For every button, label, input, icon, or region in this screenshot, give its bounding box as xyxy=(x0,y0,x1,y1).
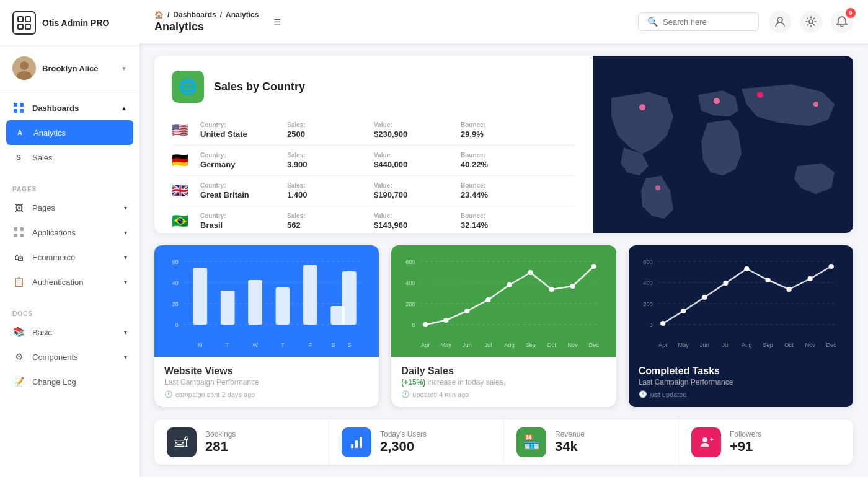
svg-point-79 xyxy=(681,309,686,313)
stat-followers-data: Followers +91 xyxy=(730,430,761,455)
svg-text:W: W xyxy=(252,342,258,348)
pages-chevron: ▾ xyxy=(124,204,127,211)
svg-text:20: 20 xyxy=(172,301,178,307)
stat-bookings: 🛋 Bookings 281 xyxy=(154,419,329,465)
daily-badge: (+15%) xyxy=(401,378,425,387)
col-value: United State xyxy=(200,129,262,139)
pages-section-label: PAGES xyxy=(0,180,140,195)
svg-point-58 xyxy=(549,287,554,292)
col-label: Sales: xyxy=(287,121,349,128)
sidebar-item-ecommerce[interactable]: 🛍 Ecommerce ▾ xyxy=(0,245,140,269)
sidebar-item-components[interactable]: ⚙ Components ▾ xyxy=(0,344,140,369)
followers-icon: + xyxy=(691,427,721,457)
tasks-chart-area: 600 400 200 0 Apr xyxy=(629,245,853,357)
svg-text:S: S xyxy=(347,342,351,348)
website-chart-area: 60 40 20 0 M T xyxy=(154,245,379,357)
svg-text:0: 0 xyxy=(649,322,652,328)
sidebar-logo[interactable]: Otis Admin PRO xyxy=(0,0,140,46)
svg-text:Aug: Aug xyxy=(505,342,515,348)
svg-point-99 xyxy=(702,437,707,442)
country-table: 🇺🇸 Country: United State Sales: 2500 xyxy=(172,115,575,233)
sidebar-item-analytics[interactable]: A Analytics xyxy=(6,120,133,145)
svg-rect-31 xyxy=(221,291,235,325)
daily-chart-title: Daily Sales xyxy=(401,365,606,377)
pages-label: Pages xyxy=(32,203,55,212)
svg-point-53 xyxy=(443,318,448,323)
sidebar-item-dashboards[interactable]: Dashboards ▲ xyxy=(0,95,140,120)
svg-rect-1 xyxy=(25,17,30,22)
daily-chart-subtitle: (+15%) increase in today sales. xyxy=(401,378,606,387)
menu-toggle-button[interactable]: ≡ xyxy=(273,15,281,29)
tasks-chart-title: Completed Tasks xyxy=(639,365,843,377)
sidebar-item-sales[interactable]: S Sales xyxy=(0,145,140,170)
dashboards-label: Dashboards xyxy=(32,103,79,113)
svg-rect-96 xyxy=(351,444,353,448)
user-section[interactable]: Brooklyn Alice ▼ xyxy=(0,46,140,90)
stat-followers: + Followers +91 xyxy=(679,419,853,465)
svg-text:Jun: Jun xyxy=(463,342,472,348)
sidebar-item-changelog[interactable]: 📝 Change Log xyxy=(0,369,140,394)
sales-col: Sales: 2500 xyxy=(287,121,349,139)
svg-text:May: May xyxy=(441,342,452,348)
pages-nav: PAGES 🖼 Pages ▾ Applications ▾ 🛍 Ecommer… xyxy=(0,175,140,299)
applications-icon xyxy=(12,226,25,239)
header-actions: 9 xyxy=(769,11,853,33)
search-box[interactable]: 🔍 xyxy=(638,12,759,31)
svg-point-86 xyxy=(828,264,833,269)
svg-point-17 xyxy=(639,104,645,110)
followers-value: +91 xyxy=(730,439,761,455)
svg-text:600: 600 xyxy=(643,259,652,265)
svg-text:200: 200 xyxy=(406,301,415,307)
user-profile-button[interactable] xyxy=(769,11,791,33)
sales-by-country-card: 🌐 Sales by Country 🇺🇸 Country: United St… xyxy=(154,56,853,233)
tasks-chart-time: 🕐 just updated xyxy=(639,390,843,398)
svg-text:Apr: Apr xyxy=(421,342,430,348)
sidebar-item-pages[interactable]: 🖼 Pages ▾ xyxy=(0,195,140,220)
clock-icon: 🕐 xyxy=(639,390,647,398)
settings-button[interactable] xyxy=(800,11,822,33)
svg-point-5 xyxy=(20,61,29,70)
ecommerce-label: Ecommerce xyxy=(32,253,75,262)
tasks-chart-info: Completed Tasks Last Campaign Performanc… xyxy=(629,357,853,407)
bookings-value: 281 xyxy=(205,439,236,455)
svg-text:400: 400 xyxy=(406,280,415,286)
basic-label: Basic xyxy=(32,328,52,337)
basic-chevron: ▾ xyxy=(124,329,127,336)
country-data-us: Country: United State Sales: 2500 Value:… xyxy=(200,121,575,139)
sidebar-item-authentication[interactable]: 📋 Authentication ▾ xyxy=(0,269,140,294)
svg-text:Dec: Dec xyxy=(826,342,836,348)
authentication-icon: 📋 xyxy=(12,276,25,288)
tasks-chart-subtitle: Last Campaign Performance xyxy=(639,378,843,387)
svg-point-78 xyxy=(660,321,665,326)
breadcrumb: 🏠 / Dashboards / Analytics xyxy=(154,11,259,19)
content-area: 🌐 Sales by Country 🇺🇸 Country: United St… xyxy=(140,43,868,477)
svg-rect-10 xyxy=(20,109,24,113)
svg-rect-8 xyxy=(20,103,24,107)
svg-rect-33 xyxy=(276,287,290,325)
page-title: Analytics xyxy=(154,20,259,33)
docs-nav: DOCS 📚 Basic ▾ ⚙ Components ▾ 📝 Change L… xyxy=(0,299,140,399)
sidebar-item-applications[interactable]: Applications ▾ xyxy=(0,220,140,245)
svg-text:400: 400 xyxy=(643,280,652,286)
svg-rect-2 xyxy=(18,24,23,29)
svg-text:600: 600 xyxy=(406,259,415,265)
svg-text:Sep: Sep xyxy=(526,342,536,348)
country-data-gb: Country:Great Britain Sales:1.400 Value:… xyxy=(200,182,575,199)
flag-us: 🇺🇸 xyxy=(172,122,192,138)
svg-point-16 xyxy=(809,20,813,24)
search-icon: 🔍 xyxy=(647,17,658,27)
search-input[interactable] xyxy=(663,17,750,27)
notifications-button[interactable]: 9 xyxy=(831,11,853,33)
svg-text:Jun: Jun xyxy=(700,342,709,348)
logo-text: Otis Admin PRO xyxy=(42,18,109,28)
svg-rect-9 xyxy=(14,109,17,113)
table-row: 🇺🇸 Country: United State Sales: 2500 xyxy=(172,115,575,146)
svg-text:Nov: Nov xyxy=(568,342,578,348)
svg-rect-0 xyxy=(18,17,23,22)
sidebar-item-basic[interactable]: 📚 Basic ▾ xyxy=(0,320,140,344)
website-chart-title: Website Views xyxy=(164,365,369,377)
svg-rect-7 xyxy=(14,103,17,107)
sidebar: Otis Admin PRO Brooklyn Alice ▼ Da xyxy=(0,0,140,477)
daily-chart-area: 600 400 200 0 xyxy=(391,245,616,357)
country-data-br: Country:Brasil Sales:562 Value:$143,960 … xyxy=(200,212,575,230)
